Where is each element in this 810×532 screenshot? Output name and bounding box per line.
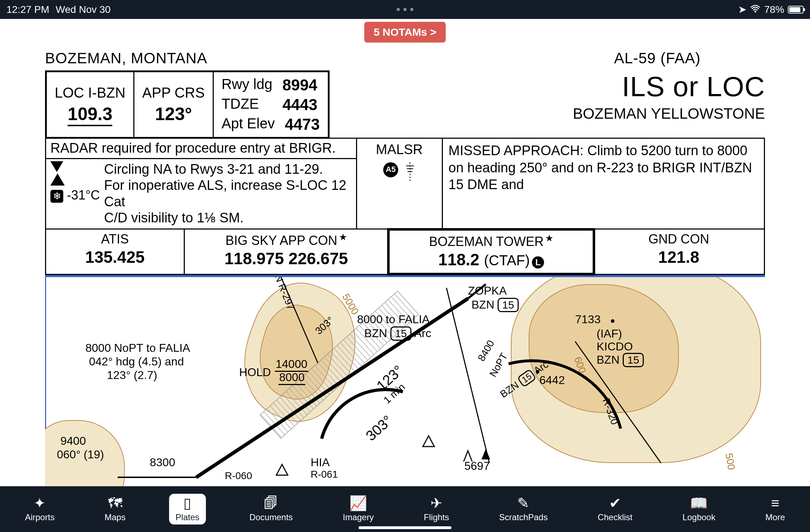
status-bar: 12:27 PM Wed Nov 30 ➤ 78% — [0, 0, 810, 19]
ground-label: GND CON — [597, 232, 760, 247]
radial-060: R-060 — [225, 470, 252, 482]
lighting-icon: L — [532, 256, 544, 269]
tab-imagery[interactable]: 📈Imagery — [336, 494, 380, 524]
circling-note: Circling NA to Rwys 3-21 and 11-29. For … — [104, 161, 352, 226]
flights-icon: ✈ — [430, 496, 443, 510]
spot-6442: 6442 — [539, 374, 565, 387]
app-crs: 123° — [142, 104, 205, 124]
tower-freq: 118.2 — [438, 250, 479, 269]
a5-icon: A5 — [383, 162, 398, 177]
alternate-mins-icon — [50, 173, 65, 186]
hold-max-alt: 14000 — [275, 358, 308, 372]
notams-button[interactable]: 5 NOTAMs > — [364, 22, 445, 43]
more-icon: ≡ — [771, 496, 779, 510]
approach-plate[interactable]: BOZEMAN, MONTANA AL-59 (FAA) LOC I-BZN 1… — [0, 50, 810, 493]
fix-kicdo: KICDO — [597, 340, 633, 353]
tower-label: BOZEMAN TOWER — [393, 233, 589, 249]
maps-icon: 🗺 — [108, 496, 122, 510]
tab-label: Logbook — [682, 512, 715, 522]
waypoint-icon — [421, 434, 436, 450]
tab-label: Plates — [176, 512, 199, 522]
arc-label-1: 8000 to FALIA — [357, 313, 430, 326]
cold-temp-icon: ❄ — [50, 190, 63, 203]
tab-label: Documents — [250, 512, 293, 522]
tab-label: Flights — [424, 512, 449, 522]
status-time: 12:27 PM — [6, 4, 49, 15]
spot-7133: 7133 — [575, 313, 601, 326]
cold-temp: -31°C — [67, 188, 100, 202]
radar-note: RADAR required for procedure entry at BR… — [46, 139, 356, 159]
plates-icon: ▯ — [183, 496, 191, 510]
tab-bar: ✦Airports 🗺Maps ▯Plates 🗐Documents 📈Imag… — [0, 486, 810, 532]
imagery-icon: 📈 — [349, 496, 367, 510]
location-icon: ➤ — [738, 4, 746, 15]
kicdo-bzn: BZN — [597, 353, 619, 366]
battery-icon — [788, 6, 804, 14]
atis-freq: 135.425 — [50, 247, 180, 267]
atis-label: ATIS — [50, 232, 180, 247]
logbook-icon: 📖 — [690, 496, 708, 510]
loc-label: LOC I-BZN — [55, 85, 125, 101]
takeoff-mins-icon — [50, 161, 63, 172]
tab-label: Imagery — [343, 512, 374, 522]
arc-bzn: BZN — [364, 327, 387, 340]
status-date: Wed Nov 30 — [56, 4, 111, 15]
spot-dot — [536, 370, 539, 374]
checklist-icon: ✔ — [609, 496, 621, 510]
nopt-3: 123° (2.7) — [107, 369, 157, 382]
tab-checklist[interactable]: ✔Checklist — [591, 494, 639, 524]
tab-maps[interactable]: 🗺Maps — [98, 494, 132, 524]
obstacle-9400: 9400 — [60, 434, 86, 448]
plan-view[interactable]: 600 5000 500 ZOPKA BZN 15 8000 to FALIA — [45, 275, 765, 493]
tab-flights[interactable]: ✈Flights — [418, 494, 456, 524]
ground-freq: 121.8 — [597, 247, 760, 267]
svg-line-8 — [446, 288, 489, 463]
tab-scratchpads[interactable]: ✎ScratchPads — [493, 494, 554, 524]
apt-elev-label: Apt Elev — [222, 114, 275, 134]
radial-061: R-061 — [311, 469, 338, 480]
nopt-2: 042° hdg (4.5) and — [89, 355, 184, 368]
obstacle-060: 060° (19) — [57, 448, 104, 461]
tab-documents[interactable]: 🗐Documents — [243, 494, 299, 524]
home-indicator[interactable] — [359, 526, 451, 529]
airports-icon: ✦ — [34, 496, 46, 510]
procedure-title: ILS or LOC — [344, 70, 765, 103]
arc-text: Arc — [414, 327, 431, 340]
briefing-strip: LOC I-BZN 109.3 APP CRS 123° Rwy ldg8994… — [45, 70, 330, 139]
multitask-dots[interactable] — [397, 8, 414, 11]
tab-label: Checklist — [598, 512, 632, 522]
tab-more[interactable]: ≡More — [759, 494, 791, 524]
tab-label: More — [765, 512, 785, 522]
spot-dot — [611, 319, 614, 323]
ctaf-label: (CTAF) — [484, 252, 530, 268]
tdze: 4443 — [282, 95, 317, 114]
rwy-ldg: 8994 — [282, 75, 317, 95]
iaf-label: (IAF) — [597, 327, 622, 340]
apt-elev: 4473 — [285, 114, 320, 134]
tab-logbook[interactable]: 📖Logbook — [676, 494, 722, 524]
waypoint-icon — [275, 463, 289, 479]
battery-percent: 78% — [764, 4, 784, 15]
tab-label: ScratchPads — [499, 512, 548, 522]
svg-marker-11 — [276, 464, 288, 475]
malsr-icon — [405, 162, 415, 185]
approach-label: BIG SKY APP CON — [188, 232, 384, 248]
fix-hia: HIA — [311, 456, 330, 469]
rwy-ldg-label: Rwy ldg — [222, 75, 272, 95]
tab-label: Airports — [25, 512, 55, 522]
procedure-airport: BOZEMAN YELLOWSTONE — [344, 105, 765, 122]
nopt-1: 8000 NoPT to FALIA — [85, 341, 190, 355]
dme-15: 15 — [390, 326, 411, 341]
frequency-strip: ATIS 135.425 BIG SKY APP CON 118.975 226… — [45, 230, 765, 275]
fix-zopka: ZOPKA — [468, 284, 507, 297]
plate-city: BOZEMAN, MONTANA — [45, 50, 207, 67]
tab-airports[interactable]: ✦Airports — [19, 494, 61, 524]
fix-bzn: BZN — [471, 298, 494, 311]
missed-approach: MISSED APPROACH: Climb to 5200 turn to 8… — [443, 139, 764, 228]
plate-al: AL-59 (FAA) — [614, 50, 701, 67]
notes-icons: ❄ -31°C — [50, 161, 104, 226]
hold-label: HOLD — [239, 366, 271, 379]
svg-point-0 — [754, 10, 756, 12]
svg-marker-12 — [423, 436, 434, 447]
tab-plates[interactable]: ▯Plates — [169, 494, 206, 524]
